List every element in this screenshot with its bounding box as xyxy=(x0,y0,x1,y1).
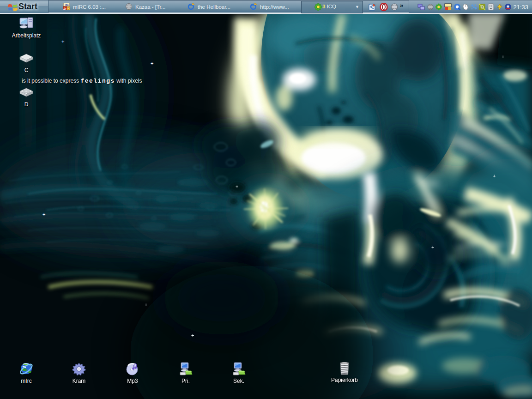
svg-text:n: n xyxy=(67,4,69,7)
svg-text:ir: ir xyxy=(63,7,67,11)
